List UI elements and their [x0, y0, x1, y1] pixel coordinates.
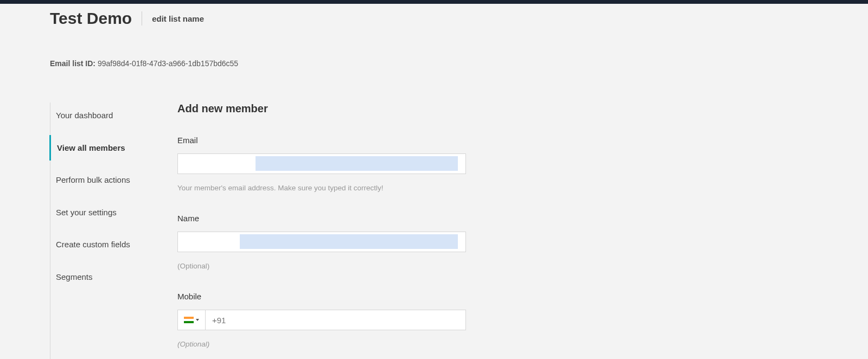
sidebar: Your dashboard View all members Perform … — [50, 102, 158, 359]
sidebar-item-label: View all members — [57, 143, 125, 152]
mobile-input[interactable] — [206, 310, 466, 330]
country-code-selector[interactable] — [177, 310, 206, 330]
header-row: Test Demo edit list name — [50, 9, 868, 28]
title-divider — [142, 11, 142, 25]
sidebar-item-label: Set your settings — [56, 208, 117, 217]
sidebar-item-label: Perform bulk actions — [56, 175, 130, 184]
india-flag-icon — [184, 317, 194, 323]
chevron-down-icon — [196, 319, 199, 321]
sidebar-item-segments[interactable]: Segments — [50, 264, 158, 290]
email-input[interactable] — [177, 153, 466, 174]
main-content: Add new member Email Your member's email… — [177, 102, 481, 359]
mobile-field-group: Mobile (Optional) — [177, 292, 481, 348]
sidebar-item-label: Your dashboard — [56, 111, 113, 120]
name-label: Name — [177, 214, 481, 223]
sidebar-item-bulk-actions[interactable]: Perform bulk actions — [50, 167, 158, 193]
sidebar-item-label: Segments — [56, 272, 93, 281]
sidebar-item-dashboard[interactable]: Your dashboard — [50, 102, 158, 129]
list-id-label: Email list ID: — [50, 59, 98, 68]
sidebar-item-custom-fields[interactable]: Create custom fields — [50, 232, 158, 258]
sidebar-item-settings[interactable]: Set your settings — [50, 200, 158, 226]
name-helper: (Optional) — [177, 262, 481, 270]
email-field-group: Email Your member's email address. Make … — [177, 136, 481, 192]
name-input[interactable] — [177, 232, 466, 252]
top-bar — [0, 0, 868, 4]
form-title: Add new member — [177, 102, 481, 115]
list-id-value: 99af98d4-01f8-47d3-a966-1db157bd6c55 — [98, 59, 238, 68]
email-label: Email — [177, 136, 481, 145]
email-list-id: Email list ID: 99af98d4-01f8-47d3-a966-1… — [50, 59, 868, 68]
mobile-label: Mobile — [177, 292, 481, 301]
edit-list-name-link[interactable]: edit list name — [152, 14, 204, 23]
sidebar-item-view-members[interactable]: View all members — [49, 135, 158, 161]
page-title: Test Demo — [50, 9, 132, 28]
name-field-group: Name (Optional) — [177, 214, 481, 270]
email-helper: Your member's email address. Make sure y… — [177, 184, 481, 192]
sidebar-item-label: Create custom fields — [56, 240, 130, 249]
mobile-helper: (Optional) — [177, 340, 481, 348]
